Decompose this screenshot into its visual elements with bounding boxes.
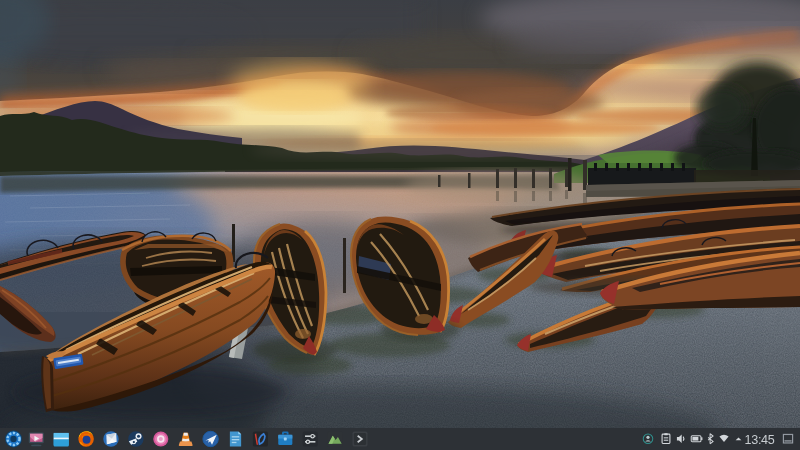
svg-text:13:45: 13:45	[744, 433, 774, 447]
